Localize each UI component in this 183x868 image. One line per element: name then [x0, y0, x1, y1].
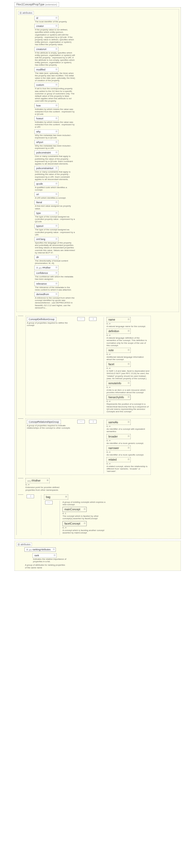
any-other-card: 0..∞ [26, 484, 68, 486]
compositor-choice [27, 494, 34, 498]
attr-desc: Indicates by which means the value was e… [35, 108, 75, 116]
attr-desc: Why the metadata has been included - exp… [35, 134, 75, 139]
attributes-label-bottom[interactable]: attributes [16, 542, 32, 546]
crg-desc: A group of properties required to indica… [27, 424, 72, 429]
children-area: ConceptDefinitionGroup A group of proper… [18, 316, 179, 535]
attributes-label[interactable]: attributes [18, 11, 34, 15]
attr-desc: The type of the concept assigned as cont… [35, 228, 75, 236]
concept-relationships-group-frame: ConceptRelationshipsGroup A group of pro… [26, 418, 151, 475]
element-hierarchyinfo[interactable]: hierarchyInfo [107, 395, 131, 400]
any-other-element[interactable]: any ##other [26, 478, 50, 483]
compositor-seq [45, 501, 52, 504]
attr-confidence[interactable]: confidence [34, 271, 59, 275]
element-narrower[interactable]: narrower [107, 445, 131, 451]
attr-desc: If set to true the corresponding propert… [35, 87, 75, 102]
attr-typeuri[interactable]: typeuri [34, 224, 59, 228]
attr-desc: Specifies the language of this property … [35, 242, 75, 254]
type-name: Flex1ConceptPropType [16, 3, 44, 6]
attr-desc: Indicates by which means the value was e… [35, 121, 75, 128]
attr-desc: The local identifier of the property. [35, 21, 75, 23]
attributes-box-top: attributes idThe local identifier of the… [16, 9, 179, 312]
attr-pubconstrainturi[interactable]: pubconstrainturi [34, 166, 59, 170]
newchoice-desc: A group of existing concepts which expre… [63, 501, 105, 506]
attr-type[interactable]: type [34, 211, 59, 215]
concept-definition-group-frame: ConceptDefinitionGroup A group of proper… [26, 316, 151, 415]
attr-desc: The directionality of textual content (e… [35, 259, 75, 265]
compositor-choice [89, 317, 97, 321]
attr-why[interactable]: why [34, 129, 59, 134]
attr-creator[interactable]: creator [34, 24, 59, 28]
compositor-seq [77, 317, 85, 321]
attr-how[interactable]: how [34, 103, 59, 108]
element-related[interactable]: related [107, 457, 131, 462]
attr-desc: A reference to the concept from which th… [35, 297, 75, 309]
attr-desc: A free-text value assigned as property v… [35, 205, 75, 210]
attr-xml-lang[interactable]: xml:lang [34, 237, 59, 241]
attr-derivedfrom[interactable]: derivedfrom [34, 292, 59, 297]
attr-desc: A URI which identifies a concept. [35, 197, 75, 199]
bag-element[interactable]: bag [44, 494, 68, 500]
element-facet[interactable]: facet [107, 362, 131, 367]
attr-desc: Why the metadata has been included - exp… [35, 145, 75, 149]
attr-modified[interactable]: modified [34, 67, 59, 72]
concept-relationships-group[interactable]: ConceptRelationshipsGroup [27, 420, 61, 424]
extension-box: attributes idThe local identifier of the… [14, 7, 181, 539]
element-broader[interactable]: broader [107, 434, 131, 439]
element-name[interactable]: name [107, 317, 131, 322]
type-header: Flex1ConceptPropType (extension) [14, 2, 59, 7]
attr-desc: The confidence with which the metadata h… [35, 275, 75, 280]
attr-uri[interactable]: uri [34, 192, 59, 196]
attr-desc: The date (and, optionally, the time) whe… [35, 72, 75, 82]
element-definition[interactable]: definition [107, 329, 131, 334]
ranking-attributes-group[interactable]: rankingAttributes [25, 548, 56, 552]
attr-desc: The relevance of the metadata to the new… [35, 286, 75, 291]
concept-definition-group[interactable]: ConceptDefinitionGroup [27, 317, 57, 321]
type-ext: (extension) [45, 3, 57, 6]
element-note[interactable]: note [107, 348, 131, 353]
any-other-desc: Extension point for provider-defined pro… [26, 486, 68, 491]
facet-concept-element[interactable]: facetConcept [63, 521, 87, 526]
compositor-choice [89, 420, 97, 424]
attr-howuri[interactable]: howuri [34, 116, 59, 121]
attr-desc: One or many constraints that apply to pu… [35, 155, 75, 165]
attr-desc: If the attribute is empty, specifies whi… [35, 52, 75, 66]
attr-id[interactable]: id [34, 16, 59, 20]
attr-relevance[interactable]: relevance [34, 282, 59, 286]
element-sameas[interactable]: sameAs [107, 420, 131, 425]
main-concept-element[interactable]: mainConcept [63, 507, 87, 512]
attr-creatoruri[interactable]: creatoruri [34, 47, 59, 51]
attr-desc: If the property value is not defined, sp… [35, 29, 75, 46]
attr-qcode[interactable]: qcode [34, 182, 59, 186]
cdg-desc: A group of properties required to define… [27, 322, 72, 327]
attr-desc: One or many constraints that apply to pu… [35, 170, 75, 181]
attr-custom[interactable]: custom [34, 83, 59, 87]
attributes-box-bottom: attributes rankingAttributes rank Indica… [14, 541, 181, 571]
attr-whyuri[interactable]: whyuri [34, 140, 59, 144]
attr---other[interactable]: ##other [34, 266, 59, 270]
attr-desc: A qualified code which identifies a conc… [35, 186, 75, 191]
attr-pubconstraint[interactable]: pubconstraint [34, 151, 59, 155]
attr-desc: The type of the concept assigned as cont… [35, 216, 75, 223]
attr-dir[interactable]: dir [34, 255, 59, 259]
compositor-seq [77, 420, 85, 424]
rank-attr[interactable]: rank [33, 553, 57, 558]
attr-literal[interactable]: literal [34, 200, 59, 205]
element-remoteinfo[interactable]: remoteInfo [107, 381, 131, 386]
